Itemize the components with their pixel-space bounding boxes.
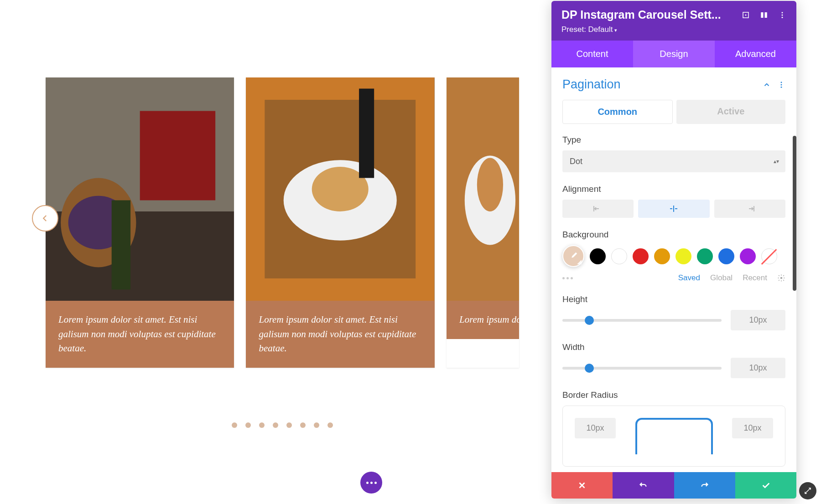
tab-advanced[interactable]: Advanced [715,41,796,67]
panel-tabs: Content Design Advanced [551,41,796,67]
border-radius-control: 10px 10px [562,406,785,467]
columns-icon[interactable] [760,11,768,19]
type-select[interactable]: Dot [562,150,785,172]
swatch-tab-saved[interactable]: Saved [678,273,700,283]
color-swatch[interactable] [633,248,649,264]
slider-thumb[interactable] [585,316,594,325]
svg-rect-25 [673,206,674,212]
card-caption: Lorem ipsum dolor sit amet. Est nisi gal… [46,301,234,368]
color-picker-button[interactable] [562,245,584,267]
align-center-button[interactable] [638,200,709,218]
sub-tabs: Common Active [562,100,785,124]
carousel-card[interactable]: Lorem ipsum dolor sit amet. Est nisi gal… [447,77,519,368]
carousel: Lorem ipsum dolor sit amet. Est nisi gal… [46,77,519,368]
section-title[interactable]: Pagination [562,77,621,92]
subtab-common[interactable]: Common [562,100,673,124]
color-swatch[interactable] [654,248,670,264]
settings-panel: DP Instagram Carousel Sett... Preset: De… [551,1,796,499]
svg-point-13 [477,158,503,211]
svg-point-18 [782,12,783,13]
width-value[interactable]: 10px [731,358,785,378]
svg-rect-16 [761,12,763,18]
color-swatch[interactable] [590,248,606,264]
height-slider[interactable] [562,319,722,322]
radius-label: Border Radius [562,390,785,400]
color-swatches [562,245,785,267]
radius-tl-input[interactable]: 10px [575,418,616,438]
radius-preview [635,418,713,454]
expand-icon [804,487,812,495]
width-label: Width [562,342,785,352]
svg-rect-17 [765,12,767,18]
align-left-icon [592,205,603,212]
type-label: Type [562,135,785,145]
panel-body[interactable]: Pagination Common Active Type Dot ▴▾ Ali… [551,67,796,472]
carousel-card[interactable]: Lorem ipsum dolor sit amet. Est nisi gal… [46,77,234,368]
svg-point-22 [781,84,782,85]
card-caption: Lorem ipsum dolor sit amet. Est nisi gal… [447,301,519,339]
pagination-dot[interactable] [286,422,292,428]
svg-point-15 [745,14,747,15]
builder-fab-button[interactable] [360,472,382,494]
background-label: Background [562,230,785,240]
redo-button[interactable] [674,472,735,499]
cancel-button[interactable] [551,472,613,499]
panel-header: DP Instagram Carousel Sett... Preset: De… [551,1,796,41]
swatch-tab-recent[interactable]: Recent [743,273,767,283]
color-swatch[interactable] [718,248,734,264]
page-canvas: Lorem ipsum dolor sit amet. Est nisi gal… [0,0,565,504]
pagination-dot[interactable] [232,422,237,428]
tab-content[interactable]: Content [551,41,633,67]
expand-icon[interactable] [742,11,750,19]
align-left-button[interactable] [562,200,634,218]
chevron-up-icon[interactable] [763,81,771,89]
pagination-dot[interactable] [327,422,333,428]
card-image [447,77,519,301]
expand-fab-button[interactable] [799,482,816,499]
redo-icon [700,480,710,490]
tab-design[interactable]: Design [633,41,715,67]
svg-rect-5 [112,201,130,290]
scrollbar[interactable] [793,136,796,291]
height-value[interactable]: 10px [731,310,785,330]
undo-icon [638,480,648,490]
carousel-prev-button[interactable] [32,205,58,231]
card-image [46,77,234,301]
panel-title: DP Instagram Carousel Sett... [561,8,721,21]
align-right-icon [744,205,755,212]
gear-icon[interactable] [777,274,785,282]
align-center-icon [668,205,679,212]
pagination-dot[interactable] [314,422,319,428]
save-button[interactable] [735,472,796,499]
pagination-dot[interactable] [300,422,306,428]
radius-tr-input[interactable]: 10px [732,418,773,438]
kebab-menu-icon[interactable] [778,11,786,19]
undo-button[interactable] [613,472,674,499]
carousel-card[interactable]: Lorem ipsum dolor sit amet. Est nisi gal… [246,77,434,368]
pagination-dot[interactable] [245,422,251,428]
kebab-menu-icon[interactable] [777,81,785,89]
svg-point-19 [782,14,783,15]
close-icon [577,480,587,490]
align-right-button[interactable] [714,200,785,218]
card-caption: Lorem ipsum dolor sit amet. Est nisi gal… [246,301,434,368]
alignment-label: Alignment [562,184,785,194]
color-swatch[interactable] [697,248,713,264]
width-slider[interactable] [562,367,722,370]
color-swatch-none[interactable] [761,248,777,264]
slider-thumb[interactable] [585,364,594,373]
color-swatch[interactable] [740,248,756,264]
swatch-tab-global[interactable]: Global [710,273,733,283]
pagination-dots [46,422,519,428]
color-swatch[interactable] [611,248,627,264]
subtab-active[interactable]: Active [676,100,786,124]
panel-footer [551,472,796,499]
card-image [246,77,434,301]
chevron-left-icon [41,214,49,222]
more-swatches-icon[interactable] [562,277,573,279]
pagination-dot[interactable] [259,422,265,428]
preset-dropdown[interactable]: Preset: Default [561,25,786,34]
color-swatch[interactable] [676,248,691,264]
svg-point-21 [781,82,782,83]
pagination-dot[interactable] [273,422,278,428]
